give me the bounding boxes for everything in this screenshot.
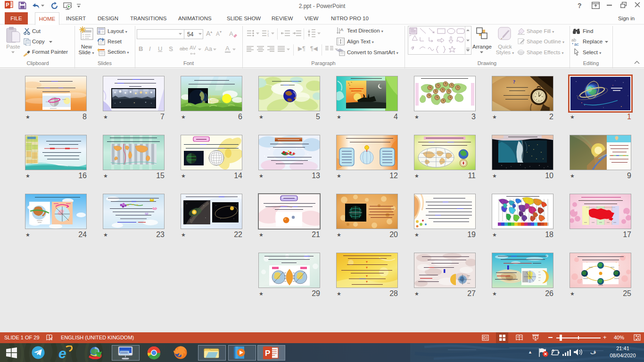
svg-text:A: A [340,27,343,32]
svg-text:e: e [58,346,66,360]
svg-text:3: 3 [267,35,269,37]
svg-text:P: P [265,349,270,358]
svg-text:ac: ac [574,42,579,46]
svg-text:A: A [229,30,233,37]
svg-text:?: ? [513,79,515,84]
